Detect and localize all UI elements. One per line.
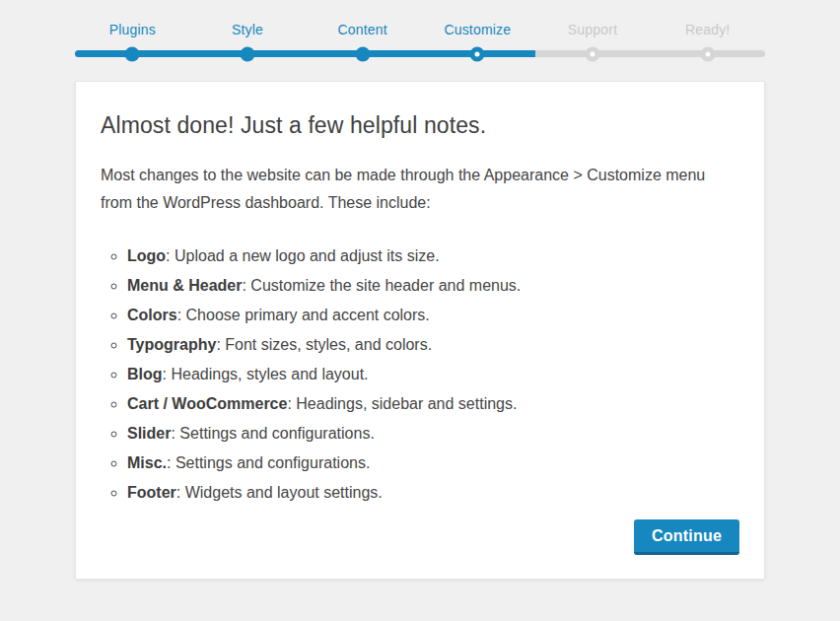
note-term: Typography — [127, 336, 216, 353]
note-term: Slider — [127, 425, 171, 442]
list-item: Logo: Upload a new logo and adjust its s… — [127, 242, 739, 271]
step-label-style: Style — [190, 22, 306, 37]
note-desc: : Widgets and layout settings. — [176, 484, 383, 501]
step-dot-ready — [700, 46, 715, 61]
step-label-ready: Ready! — [650, 22, 765, 37]
note-desc: : Settings and configurations. — [167, 454, 370, 471]
note-desc: : Headings, styles and layout. — [163, 366, 369, 382]
note-term: Menu & Header — [127, 277, 242, 294]
list-item: Misc.: Settings and configurations. — [127, 448, 739, 478]
list-item: Menu & Header: Customize the site header… — [127, 271, 739, 301]
note-desc: : Font sizes, styles, and colors. — [216, 336, 432, 353]
list-item: Slider: Settings and configurations. — [127, 419, 739, 448]
progress-fill — [75, 50, 535, 57]
note-term: Footer — [127, 484, 176, 501]
step-label-customize: Customize — [420, 22, 535, 37]
step-label-support: Support — [535, 22, 651, 37]
list-item: Typography: Font sizes, styles, and colo… — [127, 330, 739, 360]
step-labels-row: PluginsStyleContentCustomizeSupportReady… — [75, 22, 765, 37]
list-item: Cart / WooCommerce: Headings, sidebar an… — [127, 389, 739, 419]
note-term: Logo — [127, 247, 166, 264]
note-desc: : Upload a new logo and adjust its size. — [166, 247, 440, 264]
progress-track — [75, 50, 765, 57]
list-item: Footer: Widgets and layout settings. — [127, 478, 739, 508]
step-dot-customize — [470, 46, 485, 61]
step-dot-plugins — [125, 46, 140, 61]
note-desc: : Headings, sidebar and settings. — [287, 395, 517, 412]
actions-row: Continue — [101, 519, 739, 555]
progress-stepper: PluginsStyleContentCustomizeSupportReady… — [75, 0, 765, 57]
intro-text: Most changes to the website can be made … — [101, 162, 720, 217]
note-desc: : Settings and configurations. — [171, 425, 374, 442]
step-dot-support — [586, 46, 600, 61]
step-dot-style — [241, 46, 255, 61]
content-card: Almost done! Just a few helpful notes. M… — [75, 81, 765, 580]
notes-list: Logo: Upload a new logo and adjust its s… — [107, 242, 739, 508]
continue-button[interactable]: Continue — [634, 519, 739, 555]
page-title: Almost done! Just a few helpful notes. — [101, 112, 739, 139]
list-item: Blog: Headings, styles and layout. — [127, 360, 739, 389]
setup-wizard-page: PluginsStyleContentCustomizeSupportReady… — [0, 0, 840, 621]
note-desc: : Customize the site header and menus. — [242, 277, 521, 294]
note-term: Misc. — [127, 454, 167, 471]
note-desc: : Choose primary and accent colors. — [177, 307, 430, 323]
step-dot-content — [355, 46, 370, 61]
step-label-plugins: Plugins — [75, 22, 190, 37]
note-term: Blog — [127, 366, 163, 382]
note-term: Cart / WooCommerce — [127, 395, 287, 412]
step-label-content: Content — [305, 22, 420, 37]
list-item: Colors: Choose primary and accent colors… — [127, 301, 739, 330]
note-term: Colors — [127, 307, 177, 323]
